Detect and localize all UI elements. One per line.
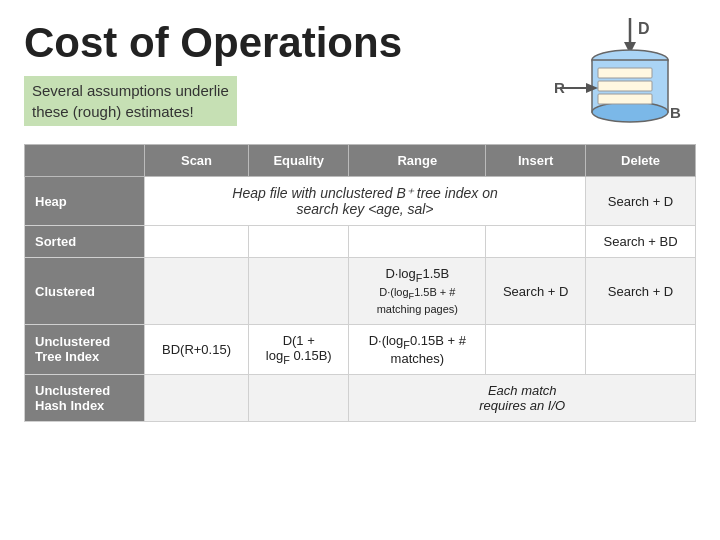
db-diagram: D R B bbox=[550, 18, 690, 148]
col-header-delete: Delete bbox=[586, 145, 696, 177]
heap-delete: Search + D bbox=[586, 177, 696, 226]
table-header-row: Scan Equality Range Insert Delete bbox=[25, 145, 696, 177]
row-label-unclustered-tree: UnclusteredTree Index bbox=[25, 324, 145, 374]
svg-rect-6 bbox=[598, 68, 652, 78]
uti-delete bbox=[586, 324, 696, 374]
heap-span-cell: Heap file with unclustered B⁺ tree index… bbox=[145, 177, 586, 226]
operations-table: Scan Equality Range Insert Delete Heap H… bbox=[24, 144, 696, 421]
page: Cost of Operations Several assumptions u… bbox=[0, 0, 720, 540]
col-header-scan: Scan bbox=[145, 145, 249, 177]
col-header-empty bbox=[25, 145, 145, 177]
sorted-range bbox=[349, 226, 486, 258]
sorted-delete: Search + BD bbox=[586, 226, 696, 258]
clustered-insert: Search + D bbox=[486, 258, 586, 325]
row-label-sorted: Sorted bbox=[25, 226, 145, 258]
uti-range: D·(logF0.15B + #matches) bbox=[349, 324, 486, 374]
uti-equality: D(1 +logF 0.15B) bbox=[249, 324, 349, 374]
sorted-insert bbox=[486, 226, 586, 258]
clustered-scan bbox=[145, 258, 249, 325]
svg-rect-8 bbox=[598, 94, 652, 104]
col-header-insert: Insert bbox=[486, 145, 586, 177]
table-row-heap: Heap Heap file with unclustered B⁺ tree … bbox=[25, 177, 696, 226]
svg-point-5 bbox=[592, 102, 668, 122]
uti-insert bbox=[486, 324, 586, 374]
table-row-clustered: Clustered D·logF1.5B D·(logF1.5B + #matc… bbox=[25, 258, 696, 325]
svg-text:R: R bbox=[554, 79, 565, 96]
table-container: Scan Equality Range Insert Delete Heap H… bbox=[24, 144, 696, 421]
svg-text:B: B bbox=[670, 104, 681, 121]
uhi-scan bbox=[145, 374, 249, 421]
row-label-clustered: Clustered bbox=[25, 258, 145, 325]
svg-text:D: D bbox=[638, 20, 650, 37]
clustered-range: D·logF1.5B D·(logF1.5B + #matching pages… bbox=[349, 258, 486, 325]
clustered-equality bbox=[249, 258, 349, 325]
sorted-equality bbox=[249, 226, 349, 258]
svg-rect-7 bbox=[598, 81, 652, 91]
uti-scan: BD(R+0.15) bbox=[145, 324, 249, 374]
uhi-each-match: Each matchrequires an I/O bbox=[349, 374, 696, 421]
col-header-equality: Equality bbox=[249, 145, 349, 177]
row-label-heap: Heap bbox=[25, 177, 145, 226]
row-label-unclustered-hash: UnclusteredHash Index bbox=[25, 374, 145, 421]
col-header-range: Range bbox=[349, 145, 486, 177]
clustered-delete: Search + D bbox=[586, 258, 696, 325]
sorted-scan bbox=[145, 226, 249, 258]
table-row-unclustered-tree: UnclusteredTree Index BD(R+0.15) D(1 +lo… bbox=[25, 324, 696, 374]
subtitle: Several assumptions underlie these (roug… bbox=[24, 76, 237, 126]
uhi-equality bbox=[249, 374, 349, 421]
table-row-sorted: Sorted Search + BD bbox=[25, 226, 696, 258]
table-row-unclustered-hash: UnclusteredHash Index Each matchrequires… bbox=[25, 374, 696, 421]
